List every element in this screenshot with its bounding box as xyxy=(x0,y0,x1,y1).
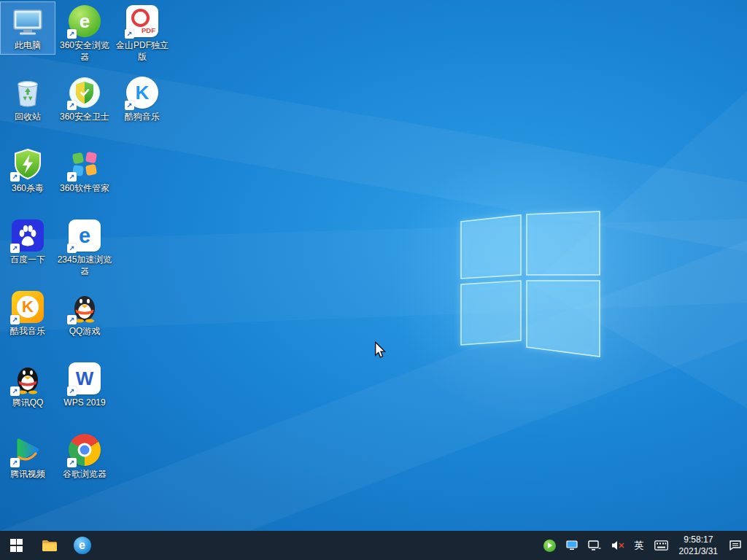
360-antivirus-icon: ↗ xyxy=(11,147,44,181)
tray-network[interactable] xyxy=(583,531,606,560)
shortcut-arrow-icon: ↗ xyxy=(67,315,77,324)
pdf-swirl xyxy=(131,9,150,27)
folder-icon xyxy=(42,540,58,552)
input-method-indicator[interactable]: 英 xyxy=(630,531,649,560)
desktop-icon-recycle-bin[interactable]: 回收站 xyxy=(0,73,55,126)
ethernet-network-icon xyxy=(588,540,601,551)
shortcut-arrow-icon: ↗ xyxy=(125,101,134,110)
desktop-icon-label: 腾讯QQ xyxy=(12,397,44,409)
360-browser-icon: e ↗ xyxy=(68,4,101,38)
desktop-icon-label: WPS 2019 xyxy=(63,397,105,409)
windows-logo-icon xyxy=(10,539,23,552)
shortcut-arrow-icon: ↗ xyxy=(10,386,20,396)
desktop-icon-tencent-video[interactable]: ↗ 腾讯视频 xyxy=(0,430,55,483)
desktop-icon-label: 2345加速浏览器 xyxy=(57,254,112,277)
clock-date: 2021/3/31 xyxy=(679,545,718,557)
tray-volume-muted[interactable] xyxy=(606,531,630,560)
system-tray: 英 9:58:17 2021/3/31 xyxy=(538,531,747,560)
shortcut-arrow-icon: ↗ xyxy=(10,244,20,253)
taskbar-left: e xyxy=(0,531,98,560)
desktop-icon-label: 谷歌浏览器 xyxy=(63,469,107,481)
desktop-icon-kuwo-music[interactable]: K ↗ 酷我音乐 xyxy=(0,287,55,341)
desktop-icon-google-chrome[interactable]: ↗ 谷歌浏览器 xyxy=(57,430,112,483)
desktop-icon-360-safeguard[interactable]: ↗ 360安全卫士 xyxy=(57,73,112,126)
shortcut-arrow-icon: ↗ xyxy=(10,172,20,182)
taskbar-clock[interactable]: 9:58:17 2021/3/31 xyxy=(673,534,724,557)
action-center-icon xyxy=(729,540,742,551)
desktop-icon-label: 360安全浏览器 xyxy=(57,40,112,63)
tray-pc-monitor[interactable] xyxy=(561,531,583,560)
desktop-icon-label: 酷狗音乐 xyxy=(125,112,160,123)
clock-time: 9:58:17 xyxy=(679,534,718,545)
keyboard-icon xyxy=(654,540,668,551)
tencent-qq-icon: ↗ xyxy=(11,362,44,395)
shortcut-arrow-icon: ↗ xyxy=(67,29,77,39)
baidu-icon: ↗ xyxy=(11,219,44,252)
desktop-icon-wps-2019[interactable]: W ↗ WPS 2019 xyxy=(57,359,112,412)
pdf-letters: PDF xyxy=(142,26,155,34)
kugou-music-icon: K ↗ xyxy=(125,76,159,109)
chrome-center xyxy=(78,443,92,457)
desktop-icon-qq-games[interactable]: ↗ QQ游戏 xyxy=(57,287,112,341)
desktop-icon-label: 百度一下 xyxy=(10,254,45,266)
this-pc-icon xyxy=(11,4,44,38)
desktop[interactable]: 此电脑 回收站 ↗ 360杀毒 xyxy=(0,0,747,531)
green-play-icon xyxy=(543,540,556,552)
windows-wallpaper-logo-icon xyxy=(460,211,603,358)
desktop-icon-label: QQ游戏 xyxy=(69,326,101,338)
action-center-button[interactable] xyxy=(724,531,747,560)
desktop-icon-label: 360软件管家 xyxy=(60,183,109,195)
desktop-icon-kingsoft-pdf[interactable]: PDF ↗ 金山PDF独立版 xyxy=(115,1,170,66)
tray-360-accelerator[interactable] xyxy=(538,531,561,560)
start-button[interactable] xyxy=(0,531,33,560)
desktop-icon-360-browser[interactable]: e ↗ 360安全浏览器 xyxy=(57,1,112,66)
desktop-icon-label: 360杀毒 xyxy=(12,183,44,195)
2345-browser-icon: e ↗ xyxy=(68,219,101,252)
desktop-icon-360-software-manager[interactable]: ↗ 360软件管家 xyxy=(57,144,112,198)
desktop-icon-kugou-music[interactable]: K ↗ 酷狗音乐 xyxy=(115,73,170,126)
desktop-icon-label: 此电脑 xyxy=(15,40,41,52)
desktop-icon-label: 酷我音乐 xyxy=(10,326,45,338)
qq-games-icon: ↗ xyxy=(68,290,101,324)
shortcut-arrow-icon: ↗ xyxy=(10,458,20,467)
kingsoft-pdf-icon: PDF ↗ xyxy=(125,4,159,38)
desktop-icon-360-antivirus[interactable]: ↗ 360杀毒 xyxy=(0,144,55,198)
shortcut-arrow-icon: ↗ xyxy=(67,458,77,467)
mouse-cursor xyxy=(374,341,387,359)
360-software-manager-icon: ↗ xyxy=(68,147,101,181)
shortcut-arrow-icon: ↗ xyxy=(125,29,134,39)
desktop-icon-baidu[interactable]: ↗ 百度一下 xyxy=(0,216,55,269)
browser-e-icon: e xyxy=(74,537,91,554)
desktop-icon-label: 360安全卫士 xyxy=(60,112,109,123)
tray-touch-keyboard[interactable] xyxy=(649,531,673,560)
speaker-muted-icon xyxy=(611,540,624,551)
google-chrome-icon: ↗ xyxy=(68,433,101,467)
desktop-icon-2345-browser[interactable]: e ↗ 2345加速浏览器 xyxy=(57,216,112,280)
desktop-icon-tencent-qq[interactable]: ↗ 腾讯QQ xyxy=(0,359,55,412)
monitor-icon xyxy=(566,540,578,551)
shortcut-arrow-icon: ↗ xyxy=(67,172,77,182)
taskbar-file-explorer-button[interactable] xyxy=(33,531,66,560)
shortcut-arrow-icon: ↗ xyxy=(67,101,77,110)
desktop-icon-label: 金山PDF独立版 xyxy=(115,40,170,63)
recycle-bin-icon xyxy=(11,76,44,109)
taskbar: e 英 xyxy=(0,531,747,560)
desktop-icon-label: 回收站 xyxy=(15,112,41,123)
shortcut-arrow-icon: ↗ xyxy=(10,315,20,324)
desktop-icon-this-pc[interactable]: 此电脑 xyxy=(0,1,55,55)
wps-2019-icon: W ↗ xyxy=(68,362,101,395)
tencent-video-icon: ↗ xyxy=(11,433,44,467)
desktop-icon-label: 腾讯视频 xyxy=(10,469,45,481)
shortcut-arrow-icon: ↗ xyxy=(67,244,77,253)
shortcut-arrow-icon: ↗ xyxy=(67,386,77,396)
kuwo-music-icon: K ↗ xyxy=(11,290,44,324)
taskbar-browser-button[interactable]: e xyxy=(66,531,98,560)
360-safeguard-icon: ↗ xyxy=(68,76,101,109)
